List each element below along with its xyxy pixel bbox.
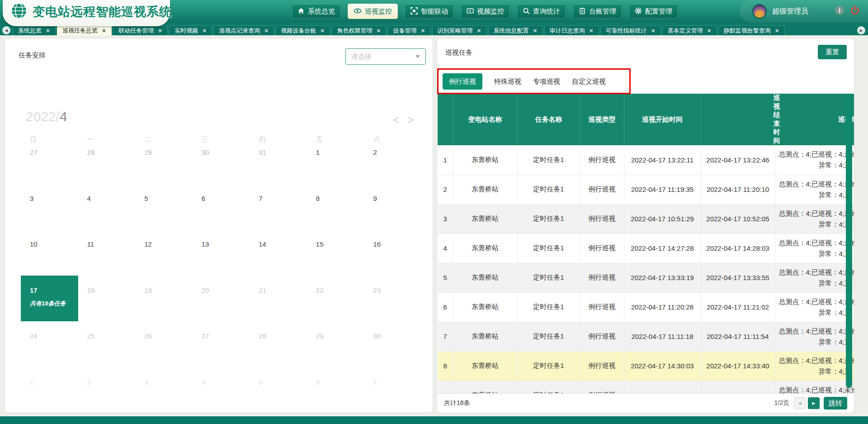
calendar-day-cell[interactable]: 29 <box>307 321 364 367</box>
calendar-day-cell[interactable]: 31 <box>250 138 307 184</box>
nav-system-overview[interactable]: 系统总览 <box>292 4 341 19</box>
calendar-next-icon[interactable]: > <box>407 114 414 125</box>
tab-close-icon[interactable]: ✕ <box>775 28 779 33</box>
tab[interactable]: 基本定义管理 ✕ <box>662 25 717 35</box>
type-tab-dedicated[interactable]: 专项巡视 <box>533 77 560 86</box>
table-row[interactable]: 8 东善桥站 定时任务1 例行巡视 2022-04-17 14:30:03 20… <box>438 351 854 381</box>
table-row[interactable]: 5 东善桥站 定时任务1 例行巡视 2022-04-17 13:33:19 20… <box>438 263 854 292</box>
nav-config-mgmt[interactable]: 配置管理 <box>629 4 678 19</box>
calendar-day-cell[interactable]: 4 <box>193 367 250 414</box>
table-row[interactable]: 3 东善桥站 定时任务1 例行巡视 2022-04-17 10:51:29 20… <box>438 204 854 233</box>
calendar-day-cell[interactable]: 6 <box>193 184 250 230</box>
tab-close-icon[interactable]: ✕ <box>589 28 594 33</box>
tab-close-icon[interactable]: ✕ <box>376 28 381 33</box>
tab[interactable]: 角色权限管理 ✕ <box>331 25 386 35</box>
tabs-scroll-left-icon[interactable]: ◀ <box>2 26 10 34</box>
calendar-day-cell[interactable]: 13 <box>193 229 250 276</box>
calendar-day-cell[interactable]: 7 <box>250 184 307 230</box>
type-tab-custom[interactable]: 自定义巡视 <box>572 77 606 86</box>
tab-close-icon[interactable]: ✕ <box>102 28 106 33</box>
calendar-day-cell[interactable]: 22 <box>307 276 364 322</box>
calendar-day-cell[interactable]: 1 <box>307 138 364 184</box>
tab-close-icon[interactable]: ✕ <box>651 28 656 33</box>
tab-close-icon[interactable]: ✕ <box>202 28 207 33</box>
tab-close-icon[interactable]: ✕ <box>320 28 325 33</box>
tab[interactable]: 巡视任务总览 ✕ <box>57 25 112 35</box>
calendar-day-cell[interactable]: 7 <box>364 367 421 414</box>
tab[interactable]: 审计日志查询 ✕ <box>544 25 599 35</box>
reset-button[interactable]: 重置 <box>818 45 847 59</box>
tab-close-icon[interactable]: ✕ <box>707 28 712 33</box>
type-tab-special[interactable]: 特殊巡视 <box>494 77 521 86</box>
calendar-day-cell[interactable]: 2 <box>78 367 136 414</box>
tab[interactable]: 系统总览 ✕ <box>13 25 56 35</box>
calendar-day-cell[interactable]: 12 <box>135 229 193 276</box>
calendar-day-cell[interactable]: 27 <box>21 138 78 184</box>
nav-patrol-monitor[interactable]: 巡视监控 <box>348 4 398 19</box>
tab[interactable]: 静默监视告警查询 ✕ <box>718 25 785 35</box>
calendar-day-cell[interactable]: 4 <box>78 184 136 230</box>
calendar-day-cell[interactable]: 8 <box>307 184 364 230</box>
calendar-day-cell[interactable]: 5 <box>250 367 307 414</box>
tab-close-icon[interactable]: ✕ <box>533 28 538 33</box>
calendar-day-cell[interactable]: 3 <box>135 367 193 414</box>
calendar-day-cell[interactable]: 18 <box>78 276 136 322</box>
calendar-day-cell[interactable]: 17 共有18条任务 <box>21 276 78 322</box>
table-row[interactable]: 1 东善桥站 定时任务1 例行巡视 2022-04-17 13:22:11 20… <box>438 145 854 175</box>
calendar-day-cell[interactable]: 28 <box>250 321 307 367</box>
calendar-day-cell[interactable]: 10 <box>21 229 78 276</box>
tab-close-icon[interactable]: ✕ <box>158 28 162 33</box>
prev-page-icon[interactable]: ◀ <box>794 397 806 409</box>
calendar-day-cell[interactable]: 21 <box>250 276 307 322</box>
next-page-icon[interactable]: ▶ <box>808 397 820 409</box>
info-icon[interactable] <box>835 5 844 17</box>
table-row[interactable]: 9 东善桥站 定时任务1 例行巡视 2022-04-17 13:39:28 20… <box>438 381 854 393</box>
calendar-day-cell[interactable]: 5 <box>135 184 193 230</box>
tab[interactable]: 可靠性指标统计 ✕ <box>600 25 661 35</box>
user-avatar[interactable] <box>752 4 767 19</box>
table-row[interactable]: 7 东善桥站 定时任务1 例行巡视 2022-04-17 11:11:18 20… <box>438 322 854 351</box>
calendar-day-cell[interactable]: 6 <box>307 367 364 414</box>
calendar-day-cell[interactable]: 28 <box>78 138 136 184</box>
tab-close-icon[interactable]: ✕ <box>420 28 425 33</box>
calendar-day-cell[interactable]: 9 <box>364 184 421 230</box>
calendar-day-cell[interactable]: 14 <box>250 229 307 276</box>
tab[interactable]: 实时视频 ✕ <box>169 25 212 35</box>
table-row[interactable]: 4 东善桥站 定时任务1 例行巡视 2022-04-17 14:27:28 20… <box>438 233 854 263</box>
tab[interactable]: 设备管理 ✕ <box>387 25 430 35</box>
tabs-scroll-right-icon[interactable]: ▶ <box>857 26 865 34</box>
calendar-day-cell[interactable]: 2 <box>364 138 421 184</box>
tab[interactable]: 识别策略管理 ✕ <box>432 25 487 35</box>
calendar-day-cell[interactable]: 15 <box>307 229 364 276</box>
tab-close-icon[interactable]: ✕ <box>264 28 269 33</box>
tab[interactable]: 巡视点记录查询 ✕ <box>213 25 274 35</box>
calendar-day-cell[interactable]: 11 <box>78 229 136 276</box>
calendar-day-cell[interactable]: 23 <box>364 276 421 322</box>
nav-query-stats[interactable]: 查询统计 <box>517 4 566 19</box>
calendar-day-cell[interactable]: 27 <box>193 321 250 367</box>
tab-close-icon[interactable]: ✕ <box>477 28 481 33</box>
tab[interactable]: 视频设备台账 ✕ <box>275 25 330 35</box>
calendar-prev-icon[interactable]: < <box>393 114 399 125</box>
nav-video-monitor[interactable]: 视频监控 <box>461 4 510 19</box>
calendar-day-cell[interactable]: 3 <box>21 184 78 230</box>
calendar-day-cell[interactable]: 24 <box>21 321 78 367</box>
schedule-filter-select[interactable]: 请选择 <box>345 48 426 65</box>
calendar-day-cell[interactable]: 1 <box>21 367 78 414</box>
nav-smart-linkage[interactable]: 智能联动 <box>405 4 454 19</box>
nav-ledger-mgmt[interactable]: 台账管理 <box>573 4 622 19</box>
tab-close-icon[interactable]: ✕ <box>46 28 50 33</box>
calendar-day-cell[interactable]: 25 <box>78 321 136 367</box>
jump-button[interactable]: 跳转 <box>824 397 847 410</box>
table-row[interactable]: 6 东善桥站 定时任务1 例行巡视 2022-04-17 11:20:28 20… <box>438 292 854 322</box>
tab[interactable]: 系统信息配置 ✕ <box>488 25 543 35</box>
calendar-day-cell[interactable]: 16 <box>364 229 421 276</box>
tab[interactable]: 联动任务管理 ✕ <box>113 25 168 35</box>
table-scrollbar-thumb[interactable] <box>846 95 852 388</box>
calendar-day-cell[interactable]: 26 <box>135 321 193 367</box>
power-icon[interactable] <box>850 5 860 17</box>
calendar-day-cell[interactable]: 30 <box>364 321 421 367</box>
calendar-day-cell[interactable]: 19 <box>135 276 193 322</box>
calendar-day-cell[interactable]: 30 <box>193 138 250 184</box>
table-row[interactable]: 2 东善桥站 定时任务1 例行巡视 2022-04-17 11:19:35 20… <box>438 175 854 204</box>
